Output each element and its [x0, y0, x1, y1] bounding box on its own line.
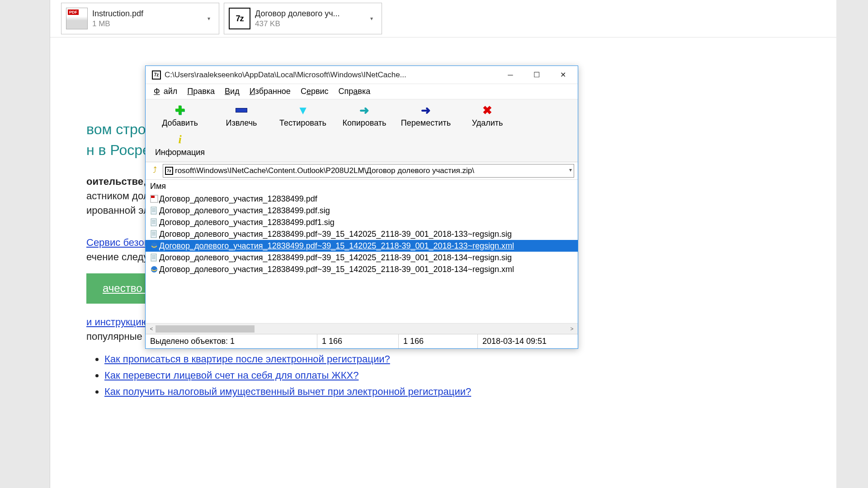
toolbar-label: Копировать	[335, 118, 393, 128]
pdf-file-icon	[149, 194, 159, 204]
minimize-button[interactable]: ─	[497, 67, 524, 83]
status-date: 2018-03-14 09:51	[478, 334, 578, 348]
maximize-button[interactable]: ☐	[524, 67, 550, 83]
svg-rect-15	[151, 254, 156, 261]
attachment-tile-zip[interactable]: 7z Договор долевого уч... 437 KB ▾	[224, 3, 382, 34]
path-text: rosoft\Windows\INetCache\Content.Outlook…	[175, 166, 562, 175]
toolbar-label: Переместить	[397, 118, 455, 128]
arrow-right-icon: ➜	[359, 103, 369, 117]
test-button[interactable]: ▼ Тестировать	[274, 102, 332, 130]
scroll-track[interactable]	[156, 325, 568, 333]
statusbar: Выделено объектов: 1 1 166 1 166 2018-03…	[146, 334, 578, 348]
sig-file-icon	[149, 217, 159, 227]
file-row[interactable]: Договор_долевого_участия_12838499.pdf~39…	[146, 263, 578, 275]
attachment-size: 1 MB	[92, 19, 203, 28]
attachment-dropdown[interactable]: ▾	[203, 15, 214, 22]
status-packed-size: 1 166	[399, 334, 478, 348]
attachments-bar: Instruction.pdf 1 MB ▾ 7z Договор долево…	[50, 0, 836, 38]
list-item: Как получить налоговый имущественный выч…	[104, 385, 800, 399]
file-row[interactable]: Договор_долевого_участия_12838499.pdf~39…	[146, 228, 578, 240]
svg-rect-1	[151, 196, 155, 198]
faq-question-list: Как прописаться в квартире после электро…	[104, 352, 800, 399]
path-bar: ⤴ 7z rosoft\Windows\INetCache\Content.Ou…	[146, 162, 578, 179]
plus-icon: ✚	[175, 103, 185, 117]
path-combobox[interactable]: 7z rosoft\Windows\INetCache\Content.Outl…	[163, 164, 574, 178]
scroll-left-arrow[interactable]: <	[147, 326, 156, 332]
toolbar-label: Извлечь	[212, 118, 270, 128]
file-list[interactable]: Договор_долевого_участия_12838499.pdfДог…	[146, 193, 578, 323]
sevenzip-window: 7z C:\Users\raalekseenko\AppData\Local\M…	[145, 66, 578, 349]
list-item: Как перевести лицевой счет на себя для о…	[104, 368, 800, 383]
svg-rect-10	[151, 230, 156, 238]
body-bold: оительстве	[86, 176, 143, 187]
window-title: C:\Users\raalekseenko\AppData\Local\Micr…	[165, 70, 497, 80]
chevron-down-icon[interactable]: ▾	[569, 167, 572, 173]
toolbar-label: Информация	[151, 148, 209, 157]
svg-rect-6	[151, 219, 156, 226]
menu-favorites[interactable]: Избранное	[248, 86, 292, 97]
menu-edit[interactable]: Правка	[185, 86, 217, 97]
titlebar[interactable]: 7z C:\Users\raalekseenko\AppData\Local\M…	[146, 66, 578, 84]
menu-file[interactable]: Файл	[152, 86, 179, 97]
faq-link[interactable]: Как получить налоговый имущественный выч…	[104, 386, 471, 397]
file-name: Договор_долевого_участия_12838499.pdf~39…	[159, 230, 512, 239]
sig-file-icon	[149, 229, 159, 239]
sevenzip-icon: 7z	[152, 70, 161, 80]
status-size: 1 166	[317, 334, 399, 348]
copy-button[interactable]: ➜ Копировать	[335, 102, 393, 130]
file-name: Договор_долевого_участия_12838499.pdf.si…	[159, 206, 330, 216]
status-selection: Выделено объектов: 1	[146, 334, 317, 348]
attachment-name: Instruction.pdf	[92, 9, 203, 19]
attachment-size: 437 KB	[255, 19, 366, 28]
add-button[interactable]: ✚ Добавить	[151, 102, 209, 130]
file-name: Договор_долевого_участия_12838499.pdf~39…	[159, 265, 514, 274]
attachment-tile-pdf[interactable]: Instruction.pdf 1 MB ▾	[61, 3, 219, 34]
instruction-link[interactable]: и инструкцию	[86, 316, 149, 328]
faq-link[interactable]: Как прописаться в квартире после электро…	[104, 353, 390, 365]
scroll-thumb[interactable]	[156, 325, 255, 333]
faq-link[interactable]: Как перевести лицевой счет на себя для о…	[104, 370, 359, 381]
menu-view[interactable]: Вид	[223, 86, 241, 97]
delete-button[interactable]: ✖ Удалить	[458, 102, 516, 130]
file-row[interactable]: Договор_долевого_участия_12838499.pdf~39…	[146, 252, 578, 263]
sevenzip-icon: 7z	[229, 8, 250, 29]
file-name: Договор_долевого_участия_12838499.pdf~39…	[159, 253, 512, 263]
file-name: Договор_долевого_участия_12838499.pdf1.s…	[159, 218, 335, 227]
pdf-icon	[66, 8, 88, 29]
info-button[interactable]: i Информация	[151, 131, 209, 159]
sevenzip-icon: 7z	[165, 167, 173, 175]
x-icon: ✖	[482, 103, 492, 117]
move-button[interactable]: ➜ Переместить	[397, 102, 455, 130]
close-button[interactable]: ✕	[550, 67, 576, 83]
menubar: Файл Правка Вид Избранное Сервис Справка	[146, 84, 578, 99]
attachment-dropdown[interactable]: ▾	[366, 15, 377, 22]
sig-file-icon	[149, 253, 159, 263]
arrow-down-icon: ▼	[297, 103, 309, 117]
minus-icon	[236, 108, 247, 113]
file-row[interactable]: Договор_долевого_участия_12838499.pdf~39…	[146, 240, 578, 252]
info-icon: i	[178, 133, 181, 146]
extract-button[interactable]: Извлечь	[212, 102, 270, 130]
file-row[interactable]: Договор_долевого_участия_12838499.pdf	[146, 193, 578, 205]
arrow-right-icon: ➜	[421, 103, 431, 117]
window-controls: ─ ☐ ✕	[497, 67, 576, 83]
file-row[interactable]: Договор_долевого_участия_12838499.pdf.si…	[146, 205, 578, 216]
list-column-header[interactable]: Имя	[146, 179, 578, 193]
xml-file-icon	[149, 264, 159, 274]
menu-tools[interactable]: Сервис	[299, 86, 330, 97]
toolbar-label: Тестировать	[274, 118, 332, 128]
up-folder-button[interactable]: ⤴	[149, 165, 160, 176]
scroll-right-arrow[interactable]: >	[568, 326, 576, 332]
file-name: Договор_долевого_участия_12838499.pdf~39…	[159, 241, 514, 251]
toolbar-label: Удалить	[458, 118, 516, 128]
menu-help[interactable]: Справка	[337, 86, 373, 97]
sig-file-icon	[149, 206, 159, 216]
file-name: Договор_долевого_участия_12838499.pdf	[159, 194, 317, 204]
toolbar: ✚ Добавить Извлечь ▼ Тестировать ➜ Копир…	[146, 99, 578, 162]
svg-rect-2	[151, 207, 156, 214]
horizontal-scrollbar[interactable]: < >	[146, 323, 578, 334]
list-item: Как прописаться в квартире после электро…	[104, 352, 800, 366]
file-row[interactable]: Договор_долевого_участия_12838499.pdf1.s…	[146, 216, 578, 228]
xml-file-icon	[149, 241, 159, 251]
attachment-name: Договор долевого уч...	[255, 9, 366, 19]
